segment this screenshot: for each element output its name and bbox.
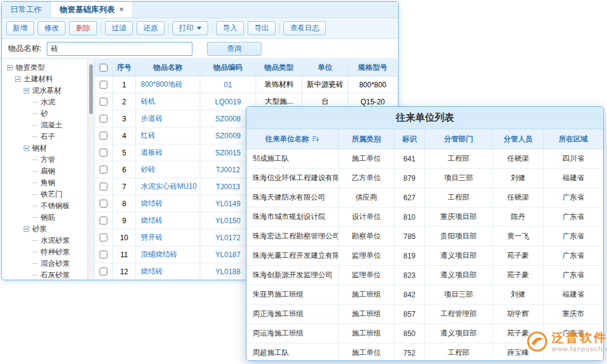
unit-name-link[interactable]: 邹成施工队 bbox=[246, 149, 339, 168]
collapse-icon[interactable] bbox=[24, 226, 29, 232]
row-checkbox[interactable] bbox=[100, 217, 107, 224]
unit-person-link[interactable]: 苑子豪 bbox=[493, 246, 544, 265]
col-spec[interactable]: 规格型号 bbox=[348, 59, 398, 76]
sort-icon[interactable] bbox=[312, 135, 319, 143]
dialog-row[interactable]: 珠海信业环保工程建设有限...乙方单位879项目三部刘健福建省 bbox=[246, 169, 603, 188]
export-button[interactable]: 导出 bbox=[248, 21, 276, 35]
col-unit[interactable]: 单位 bbox=[302, 59, 348, 76]
tree-item[interactable]: 扁钢 bbox=[6, 166, 87, 177]
unit-name-link[interactable]: 珠海信业环保工程建设有限... bbox=[246, 169, 339, 187]
item-name-link[interactable]: 红砖 bbox=[136, 127, 200, 144]
item-name-link[interactable]: 水泥实心砖MU10 bbox=[136, 178, 200, 195]
dialog-row[interactable]: 朱亚男施工班组施工班组842项目三部刘健福建省 bbox=[246, 285, 603, 305]
row-checkbox[interactable] bbox=[100, 183, 107, 190]
unit-person-link[interactable]: 任晓渠 bbox=[493, 149, 544, 168]
unit-name-link[interactable]: 珠海天健防水有限公司 bbox=[246, 188, 339, 207]
tree-item[interactable]: 铁艺门 bbox=[6, 189, 87, 200]
item-name-link[interactable]: 劈开砖 bbox=[136, 229, 200, 246]
filter-button[interactable]: 过滤 bbox=[105, 21, 133, 35]
tab-close-icon[interactable] bbox=[119, 7, 124, 13]
tree-item[interactable]: 水泥砂浆 bbox=[6, 235, 87, 246]
tab-materials-list[interactable]: 物资基础库列表 bbox=[51, 2, 133, 18]
restore-button[interactable]: 还原 bbox=[137, 21, 164, 35]
tree-item[interactable]: 砂 bbox=[6, 108, 87, 120]
col-category[interactable]: 所属类别 bbox=[339, 129, 395, 149]
delete-button[interactable]: 删除 bbox=[69, 21, 97, 35]
dialog-row[interactable]: 珠海天健防水有限公司供应商627工程部任晓渠广东省 bbox=[246, 188, 603, 207]
row-checkbox[interactable] bbox=[100, 200, 107, 207]
tree-item[interactable]: 石灰砂浆 bbox=[6, 269, 87, 279]
item-code-link[interactable]: 01 bbox=[200, 76, 256, 93]
dialog-row[interactable]: 珠海创新源开发监理公司监理单位823遵义项目部苑子豪广东省 bbox=[246, 266, 603, 285]
col-name[interactable]: 物品名称 bbox=[136, 59, 200, 76]
import-button[interactable]: 导入 bbox=[216, 21, 244, 35]
edit-button[interactable]: 修改 bbox=[38, 21, 66, 35]
col-person[interactable]: 分管人员 bbox=[493, 129, 544, 149]
dialog-row[interactable]: 周正海施工班组施工班组857工程管理部胡学辉重庆市 bbox=[246, 305, 603, 324]
unit-name-link[interactable]: 周超施工队 bbox=[246, 343, 339, 361]
collapse-icon[interactable] bbox=[24, 146, 29, 151]
tree-item[interactable]: 特种砂浆 bbox=[6, 246, 87, 258]
item-name-link[interactable]: 砂砖 bbox=[136, 161, 200, 178]
unit-name-link[interactable]: 珠海光薰工程开发建立有限... bbox=[246, 246, 339, 265]
row-checkbox[interactable] bbox=[100, 251, 107, 258]
tree-item[interactable]: 混合砂浆 bbox=[6, 258, 87, 269]
row-checkbox[interactable] bbox=[100, 81, 107, 89]
tree-item[interactable]: 土建材料 bbox=[6, 73, 87, 85]
tree-item-root[interactable]: 物资类型 bbox=[6, 62, 87, 73]
query-button[interactable]: 查询 bbox=[207, 42, 262, 56]
item-name-link[interactable]: 混铺烧结砖 bbox=[136, 246, 200, 263]
item-name-link[interactable]: 道板砖 bbox=[136, 144, 200, 161]
tab-daily-work[interactable]: 日常工作 bbox=[2, 2, 51, 18]
unit-person-link[interactable]: 刘健 bbox=[493, 169, 544, 187]
row-checkbox[interactable] bbox=[100, 166, 107, 174]
unit-person-link[interactable]: 任晓渠 bbox=[493, 188, 544, 207]
item-name-link[interactable]: 800*800地砖 bbox=[136, 76, 200, 93]
dialog-row[interactable]: 珠海市城市规划设计院设计单位810重庆项目部陈丹广东省 bbox=[246, 207, 603, 227]
tree-item[interactable]: 水泥 bbox=[6, 96, 87, 108]
unit-person-link[interactable]: 胡学辉 bbox=[493, 305, 544, 323]
col-code[interactable]: 物品编码 bbox=[200, 59, 256, 76]
tree-item[interactable]: 泥水基材 bbox=[6, 85, 87, 96]
dialog-row[interactable]: 珠海光薰工程开发建立有限...监理单位819遵义项目部苑子豪广东省 bbox=[246, 246, 603, 266]
col-id[interactable]: 标识 bbox=[395, 129, 425, 149]
row-checkbox[interactable] bbox=[100, 132, 107, 140]
col-unit-name[interactable]: 往来单位名称 bbox=[246, 129, 339, 149]
item-name-link[interactable]: 烧结砖 bbox=[136, 212, 200, 229]
item-name-link[interactable]: 砖机 bbox=[136, 93, 200, 110]
select-all-checkbox[interactable] bbox=[100, 64, 107, 72]
row-checkbox[interactable] bbox=[100, 98, 107, 106]
item-name-link[interactable]: 步道砖 bbox=[136, 110, 200, 127]
col-region[interactable]: 所在区域 bbox=[544, 129, 603, 149]
unit-name-link[interactable]: 珠海创新源开发监理公司 bbox=[246, 266, 339, 285]
col-dept[interactable]: 分管部门 bbox=[425, 129, 493, 149]
table-row[interactable]: 1800*800地砖01装饰材料新中源瓷砖800*800 bbox=[95, 76, 398, 93]
tree-item[interactable]: 钢筋 bbox=[6, 212, 87, 223]
dialog-row[interactable]: 邹成施工队施工单位641工程部任晓渠四川省 bbox=[246, 149, 603, 169]
unit-name-link[interactable]: 朱亚男施工班组 bbox=[246, 285, 339, 304]
row-checkbox[interactable] bbox=[100, 268, 107, 275]
tree-item[interactable]: 不锈钢板 bbox=[6, 200, 87, 212]
collapse-icon[interactable] bbox=[7, 65, 13, 70]
item-name-link[interactable]: 烧结砖 bbox=[136, 195, 200, 212]
add-button[interactable]: 新增 bbox=[6, 21, 34, 35]
tree-scrollbar[interactable] bbox=[87, 59, 94, 279]
print-button[interactable]: 打印 bbox=[172, 21, 208, 35]
col-type[interactable]: 物品类型 bbox=[256, 59, 302, 76]
unit-person-link[interactable]: 刘健 bbox=[493, 285, 544, 304]
tree-item[interactable]: 角钢 bbox=[6, 177, 87, 189]
tree-item[interactable]: 钢材 bbox=[6, 143, 87, 154]
col-seq[interactable]: 序号 bbox=[113, 59, 136, 76]
unit-name-link[interactable]: 周正海施工班组 bbox=[246, 305, 339, 323]
item-name-input[interactable] bbox=[47, 42, 192, 56]
dialog-row[interactable]: 珠海宏达工程勘察管理公司勘察单位785贵阳项目部黄一飞广东省 bbox=[246, 227, 603, 246]
row-checkbox[interactable] bbox=[100, 115, 107, 123]
unit-name-link[interactable]: 周运海施工班组 bbox=[246, 324, 339, 343]
unit-person-link[interactable]: 苑子豪 bbox=[493, 266, 544, 285]
row-checkbox[interactable] bbox=[100, 149, 107, 157]
tree-item[interactable]: 混凝土 bbox=[6, 120, 87, 131]
row-checkbox[interactable] bbox=[100, 234, 107, 241]
unit-name-link[interactable]: 珠海市城市规划设计院 bbox=[246, 207, 339, 226]
scrollbar-thumb[interactable] bbox=[89, 64, 93, 114]
tree-item[interactable]: 砂浆 bbox=[6, 223, 87, 235]
